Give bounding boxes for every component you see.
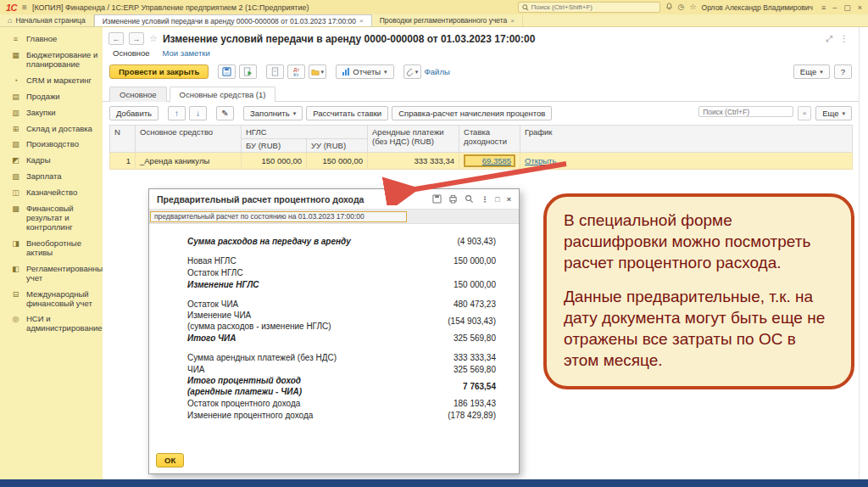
help-button[interactable]: ? <box>834 64 852 79</box>
assets-table: N Основное средство НГЛС Арендные платеж… <box>109 125 853 170</box>
dialog-title: Предварительный расчет процентного доход… <box>157 194 364 204</box>
tab-postings[interactable]: Проводки регламентированного учета × <box>372 14 523 26</box>
regulated-icon: ◧ <box>11 265 20 283</box>
save-button[interactable] <box>218 64 236 79</box>
tab-document[interactable]: Изменение условий передачи в аренду 0000… <box>94 14 372 26</box>
more-button[interactable]: Еще▾ <box>793 64 830 79</box>
form-more-icon[interactable]: ⋮ <box>840 34 849 44</box>
report-row: Остаток НГЛС <box>187 266 496 278</box>
home-icon: ⌂ <box>8 16 12 25</box>
interest-calc-reference-button[interactable]: Справка-расчет начисления процентов <box>392 106 552 120</box>
clear-search-button[interactable]: × <box>798 106 811 120</box>
warehouse-icon: ⊞ <box>11 125 20 134</box>
move-down-button[interactable]: ↓ <box>189 106 207 120</box>
sidebar-item-ifrs[interactable]: ⊟Международный финансовый учет <box>0 287 103 312</box>
global-search-input[interactable] <box>531 3 656 11</box>
open-schedule-link[interactable]: Открыть... <box>525 156 563 165</box>
sidebar-item-hr[interactable]: ◩Кадры <box>0 153 103 169</box>
service-menu-icon[interactable]: ≡ <box>821 3 826 12</box>
post-and-close-button[interactable]: Провести и закрыть <box>109 64 209 79</box>
close-app-button[interactable]: × <box>858 3 862 12</box>
dialog-more-icon[interactable]: ⋮ <box>481 195 488 204</box>
sidebar-item-nsi-admin[interactable]: ◎НСИ и администрирование <box>0 311 103 337</box>
cell-rate[interactable]: 69,3585 <box>459 153 520 170</box>
dialog-dock-icon[interactable]: □ <box>495 195 499 204</box>
main-menu-icon[interactable]: ≡ <box>22 3 27 12</box>
sidebar-item-warehouse[interactable]: ⊞Склад и доставка <box>0 121 103 137</box>
table-more-button[interactable]: Еще▾ <box>815 106 852 120</box>
close-tab-icon[interactable]: × <box>510 17 515 25</box>
global-search[interactable] <box>518 2 660 13</box>
tab-home[interactable]: ⌂ Начальная страница <box>0 14 94 26</box>
favorite-star-icon[interactable]: ☆ <box>149 33 158 44</box>
admin-gear-icon: ◎ <box>11 315 20 333</box>
nav-notes-link[interactable]: Мои заметки <box>163 48 210 58</box>
annotation-callout: В специальной форме расшифровки можно по… <box>543 193 854 389</box>
edit-button[interactable]: ✎ <box>216 106 234 120</box>
form-subtabs: Основное Основные средства (1) <box>103 83 859 102</box>
report-row: ЧИА325 569,80 <box>187 363 496 375</box>
print-icon[interactable] <box>448 194 458 204</box>
open-in-window-icon[interactable]: ⤢ <box>826 34 832 44</box>
save-icon[interactable] <box>432 194 442 204</box>
close-tab-icon[interactable]: × <box>359 17 364 25</box>
reports-button[interactable]: Отчеты ▾ <box>336 64 393 79</box>
back-button[interactable]: ← <box>108 32 124 45</box>
report-row: Остаток ЧИА480 473,23 <box>187 298 496 310</box>
cell-payments[interactable]: 333 333,34 <box>368 153 459 170</box>
history-icon[interactable]: ◷ <box>678 3 685 11</box>
maximize-button[interactable]: ▢ <box>843 3 851 12</box>
cell-bu[interactable]: 150 000,00 <box>242 153 307 170</box>
cell-uu[interactable]: 150 000,00 <box>307 153 368 170</box>
tab-bar: ⌂ Начальная страница Изменение условий п… <box>0 14 868 27</box>
current-user[interactable]: Орлов Александр Владимирович <box>702 3 813 12</box>
sidebar-item-sales[interactable]: ▤Продажи <box>0 89 103 105</box>
forward-button[interactable]: → <box>129 32 144 45</box>
dtkt-postings-button[interactable]: ДтКт <box>287 64 305 79</box>
subtab-main[interactable]: Основное <box>109 87 167 102</box>
find-icon[interactable] <box>465 194 474 204</box>
favorites-star-icon[interactable]: ☆ <box>689 3 696 11</box>
notifications-bell-icon[interactable] <box>665 3 673 12</box>
dtkt-icon: ДтКт <box>293 67 299 77</box>
calculate-rates-button[interactable]: Рассчитать ставки <box>306 106 388 120</box>
attach-files-button[interactable]: ▾ <box>403 64 421 79</box>
sidebar-item-main[interactable]: ≡Главное <box>0 31 103 48</box>
create-based-on-button[interactable]: ▾ <box>309 64 326 79</box>
sidebar-item-purchases[interactable]: ▥Закупки <box>0 105 103 121</box>
report-header-cell[interactable]: предварительный расчет по состоянию на 0… <box>150 211 407 222</box>
files-link[interactable]: Файлы <box>425 67 450 76</box>
subtab-fixed-assets[interactable]: Основные средства (1) <box>170 87 276 102</box>
report-row: Итого процентный доход(арендные платежи … <box>187 375 496 397</box>
sidebar-item-production[interactable]: ▧Производство <box>0 137 103 153</box>
post-button[interactable] <box>239 64 257 79</box>
col-header-ngls: НГЛС <box>242 126 368 139</box>
report-row: Итого ЧИА325 569,80 <box>187 332 496 344</box>
table-row[interactable]: 1 _Аренда каникулы 150 000,00 150 000,00… <box>110 153 853 170</box>
rate-value-link[interactable]: 69,3585 <box>482 156 511 165</box>
minimize-button[interactable]: – <box>832 3 837 12</box>
sidebar-item-crm[interactable]: ◔CRM и маркетинг <box>0 73 103 89</box>
table-search-input[interactable] <box>698 106 793 117</box>
move-up-button[interactable]: ↑ <box>168 106 186 120</box>
mark-deletion-button[interactable] <box>266 64 284 79</box>
sidebar-item-noncurrent-assets[interactable]: ◨Внеоборотные активы <box>0 236 103 261</box>
ok-button[interactable]: ОК <box>156 453 184 467</box>
sidebar-item-treasury[interactable]: ◫Казначейство <box>0 185 103 201</box>
assets-icon: ◨ <box>11 239 20 258</box>
fill-button[interactable]: Заполнить▾ <box>243 106 303 120</box>
report-row: Остаток процентного дохода186 193,43 <box>187 397 496 409</box>
cell-schedule[interactable]: Открыть... <box>520 153 853 170</box>
sidebar-item-budgeting[interactable]: ▦Бюджетирование и планирование <box>0 48 103 73</box>
add-row-button[interactable]: Добавить <box>109 106 159 120</box>
dialog-close-icon[interactable]: × <box>507 195 511 204</box>
sidebar-item-payroll[interactable]: ▨Зарплата <box>0 169 103 185</box>
sidebar-item-regulated-accounting[interactable]: ◧Регламентированный учет <box>0 261 103 287</box>
report-row: Сумма расходов на передачу в аренду(4 90… <box>187 235 496 247</box>
slide: 1С ≡ [КОПИЯ] Финаренда / 1С:ERP Управлен… <box>0 0 868 487</box>
nav-main-link[interactable]: Основное <box>113 48 150 58</box>
cell-n[interactable]: 1 <box>110 153 136 170</box>
document-icon <box>270 67 280 76</box>
sidebar-item-finresult[interactable]: ▩Финансовый результат и контроллинг <box>0 201 103 236</box>
cell-asset[interactable]: _Аренда каникулы <box>136 153 242 170</box>
